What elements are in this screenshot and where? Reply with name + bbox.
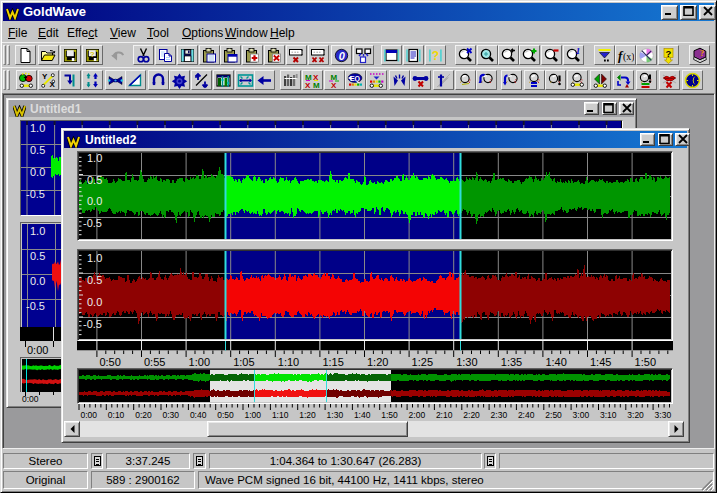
svg-text:-0.5: -0.5 xyxy=(83,318,102,330)
svg-text:0:50: 0:50 xyxy=(217,410,234,420)
svg-text:1:20: 1:20 xyxy=(367,356,388,368)
svg-text:0.0: 0.0 xyxy=(87,296,102,308)
svg-text:3:20: 3:20 xyxy=(627,410,644,420)
svg-text:1:05: 1:05 xyxy=(233,356,254,368)
svg-text:1:50: 1:50 xyxy=(635,356,656,368)
svg-text:1:10: 1:10 xyxy=(272,410,289,420)
svg-text:1:45: 1:45 xyxy=(590,356,611,368)
svg-text:0:20: 0:20 xyxy=(135,410,152,420)
svg-text:1:25: 1:25 xyxy=(412,356,433,368)
svg-text:?: ? xyxy=(700,48,704,58)
svg-text:0.0: 0.0 xyxy=(30,275,45,287)
svg-text:1:00: 1:00 xyxy=(245,410,262,420)
svg-text:2:50: 2:50 xyxy=(545,410,562,420)
svg-text:?: ? xyxy=(432,49,439,63)
svg-text:0:00: 0:00 xyxy=(22,394,39,403)
svg-text:0:00: 0:00 xyxy=(27,344,48,356)
svg-text:3:00: 3:00 xyxy=(573,410,590,420)
svg-text:0:55: 0:55 xyxy=(144,356,165,368)
svg-text:0:10: 0:10 xyxy=(108,410,125,420)
svg-text:1:50: 1:50 xyxy=(381,410,398,420)
svg-text:0: 0 xyxy=(339,50,346,62)
svg-text:1.0: 1.0 xyxy=(87,252,102,264)
svg-text:1:10: 1:10 xyxy=(278,356,299,368)
svg-text:?: ? xyxy=(89,50,94,59)
svg-text:3:30: 3:30 xyxy=(655,410,672,420)
svg-text:1.0: 1.0 xyxy=(30,122,45,134)
svg-text:1:20: 1:20 xyxy=(299,410,316,420)
svg-text:0:30: 0:30 xyxy=(163,410,180,420)
svg-text:-0.5: -0.5 xyxy=(26,188,45,200)
svg-text:2:00: 2:00 xyxy=(409,410,426,420)
svg-text:0:40: 0:40 xyxy=(190,410,207,420)
svg-text:2:40: 2:40 xyxy=(518,410,535,420)
svg-text:1:40: 1:40 xyxy=(545,356,566,368)
svg-text:-0.5: -0.5 xyxy=(83,217,102,229)
svg-text:1.0: 1.0 xyxy=(30,225,45,237)
svg-text:3:10: 3:10 xyxy=(600,410,617,420)
svg-text:1.0: 1.0 xyxy=(87,153,102,164)
svg-text:2:10: 2:10 xyxy=(436,410,453,420)
svg-text:0:50: 0:50 xyxy=(99,356,120,368)
svg-text:1: 1 xyxy=(576,47,581,56)
svg-text:(x): (x) xyxy=(623,51,634,63)
svg-text:1:15: 1:15 xyxy=(322,356,343,368)
svg-text:X: X xyxy=(331,81,337,90)
svg-text:0.5: 0.5 xyxy=(87,274,102,286)
svg-text:0.5: 0.5 xyxy=(30,250,45,262)
svg-text:1:30: 1:30 xyxy=(456,356,477,368)
svg-text:0.5: 0.5 xyxy=(87,174,102,186)
svg-text:2:20: 2:20 xyxy=(463,410,480,420)
svg-text:Y: Y xyxy=(42,72,48,81)
svg-text:0.5: 0.5 xyxy=(30,144,45,156)
svg-text:0.0: 0.0 xyxy=(87,195,102,207)
svg-text:2:30: 2:30 xyxy=(491,410,508,420)
svg-text:1:40: 1:40 xyxy=(354,410,371,420)
svg-text:?: ? xyxy=(666,48,672,59)
svg-text:1:30: 1:30 xyxy=(327,410,344,420)
svg-text:-0.5: -0.5 xyxy=(26,300,45,312)
svg-text:EQ: EQ xyxy=(350,75,361,83)
svg-text:0:00: 0:00 xyxy=(81,410,98,420)
svg-text:1:35: 1:35 xyxy=(501,356,522,368)
svg-text:0.0: 0.0 xyxy=(30,166,45,178)
svg-text:1:00: 1:00 xyxy=(189,356,210,368)
svg-text:X: X xyxy=(305,81,311,89)
svg-text:M: M xyxy=(313,81,320,89)
